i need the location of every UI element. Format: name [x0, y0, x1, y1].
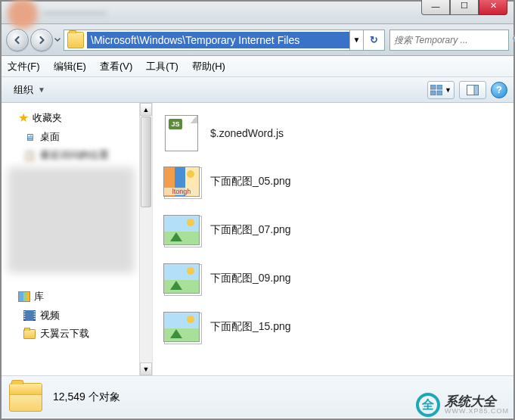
menu-view[interactable]: 查看(V) — [100, 60, 132, 73]
address-dropdown[interactable]: ▼ — [349, 30, 363, 50]
preview-pane-button[interactable] — [459, 81, 486, 99]
svg-rect-3 — [437, 91, 442, 95]
sidebar-libraries-header[interactable]: 库 — [5, 287, 138, 306]
sidebar-item-label: 最近访问的位置 — [40, 148, 109, 162]
organize-button[interactable]: 组织 ▼ — [8, 81, 51, 99]
watermark-logo-icon: 全 — [416, 393, 440, 417]
search-icon[interactable]: 🔍 — [512, 34, 515, 46]
address-path[interactable]: \Microsoft\Windows\Temporary Internet Fi… — [87, 32, 349, 48]
file-name: 下面配图_05.png — [210, 175, 291, 188]
menu-file[interactable]: 文件(F) — [8, 60, 40, 73]
sidebar-item-videos[interactable]: 视频 — [5, 306, 138, 325]
view-mode-button[interactable]: ▼ — [427, 81, 455, 99]
sidebar-favorites-header[interactable]: ★ 收藏夹 — [5, 107, 138, 128]
folder-icon — [23, 328, 36, 340]
recent-icon: 📋 — [23, 149, 36, 161]
svg-rect-5 — [474, 85, 479, 95]
obscured-content — [8, 167, 135, 273]
file-name: 下面配图_09.png — [210, 272, 291, 285]
desktop-icon: 🖥 — [23, 131, 36, 143]
scroll-thumb[interactable] — [141, 117, 151, 207]
sidebar-scrollbar[interactable]: ▲ ▼ — [139, 103, 152, 375]
image-file-icon — [163, 260, 200, 297]
scroll-up-button[interactable]: ▲ — [140, 103, 152, 116]
file-item[interactable]: 下面配图_05.png — [153, 157, 513, 206]
address-bar[interactable]: \Microsoft\Windows\Temporary Internet Fi… — [64, 30, 385, 51]
maximize-button[interactable]: ☐ — [450, 0, 479, 15]
folder-icon — [67, 32, 84, 48]
js-file-icon: JS — [163, 115, 200, 151]
file-name: 下面配图_07.png — [210, 223, 291, 237]
video-icon — [23, 310, 36, 322]
arrow-right-icon — [37, 36, 46, 45]
svg-rect-14 — [34, 313, 36, 315]
nav-forward-button[interactable] — [30, 29, 53, 51]
file-item[interactable]: JS$.zonedWord.js — [153, 109, 513, 157]
watermark: 全 系统大全 WWW.XP85.COM — [416, 393, 509, 417]
svg-rect-2 — [430, 91, 436, 95]
sidebar-item-desktop[interactable]: 🖥 桌面 — [5, 128, 138, 146]
scroll-down-button[interactable]: ▼ — [140, 362, 152, 375]
sidebar-item-label: 桌面 — [40, 130, 60, 144]
organize-label: 组织 — [14, 83, 33, 97]
status-count: 12,549 个对象 — [53, 390, 120, 404]
file-list-pane[interactable]: JS$.zonedWord.js下面配图_05.png下面配图_07.png下面… — [153, 103, 513, 375]
svg-rect-16 — [34, 318, 36, 319]
search-input[interactable] — [390, 35, 512, 45]
svg-rect-0 — [430, 85, 436, 89]
image-file-icon — [163, 163, 200, 200]
preview-pane-icon — [467, 85, 479, 95]
file-name: 下面配图_15.png — [210, 320, 291, 334]
svg-rect-1 — [437, 85, 442, 89]
sidebar-item-recent[interactable]: 📋 最近访问的位置 — [5, 146, 138, 164]
star-icon: ★ — [18, 110, 29, 125]
image-file-icon — [163, 212, 200, 248]
nav-history-dropdown[interactable] — [53, 29, 62, 51]
help-button[interactable]: ? — [491, 82, 507, 98]
watermark-brand: 系统大全 — [445, 395, 509, 408]
file-item[interactable]: 下面配图_09.png — [153, 254, 513, 303]
refresh-button[interactable]: ↻ — [363, 30, 384, 50]
menu-tools[interactable]: 工具(T) — [146, 60, 178, 73]
favorites-label: 收藏夹 — [33, 111, 62, 125]
file-item[interactable]: 下面配图_07.png — [153, 206, 513, 254]
file-name: $.zonedWord.js — [210, 127, 284, 139]
menu-help[interactable]: 帮助(H) — [192, 60, 225, 73]
arrow-left-icon — [13, 36, 22, 45]
watermark-url: WWW.XP85.COM — [445, 408, 509, 415]
svg-rect-9 — [24, 311, 26, 313]
close-button[interactable]: ✕ — [479, 0, 507, 15]
svg-rect-11 — [24, 316, 26, 317]
chevron-down-icon: ▼ — [38, 86, 45, 94]
minimize-button[interactable]: — — [421, 0, 450, 15]
svg-rect-13 — [34, 311, 36, 313]
library-icon — [18, 291, 30, 302]
search-box[interactable]: 🔍 — [389, 30, 509, 51]
nav-back-button[interactable] — [6, 29, 29, 51]
view-icon — [430, 85, 442, 95]
status-folder-icon — [9, 383, 42, 412]
svg-rect-12 — [24, 318, 26, 319]
svg-rect-10 — [24, 313, 26, 315]
sidebar-item-label: 视频 — [40, 309, 60, 322]
file-item[interactable]: 下面配图_15.png — [153, 303, 513, 351]
sidebar-item-tianyi[interactable]: 天翼云下载 — [5, 325, 138, 343]
window-title: ——————— — [43, 8, 107, 18]
chevron-down-icon: ▼ — [445, 86, 451, 94]
navigation-pane: ★ 收藏夹 🖥 桌面 📋 最近访问的位置 — [2, 103, 153, 375]
chevron-down-icon — [54, 38, 60, 42]
svg-rect-15 — [34, 316, 36, 317]
libraries-label: 库 — [34, 290, 44, 303]
image-file-icon — [163, 309, 200, 345]
menu-edit[interactable]: 编辑(E) — [54, 60, 86, 73]
sidebar-item-label: 天翼云下载 — [40, 327, 89, 341]
